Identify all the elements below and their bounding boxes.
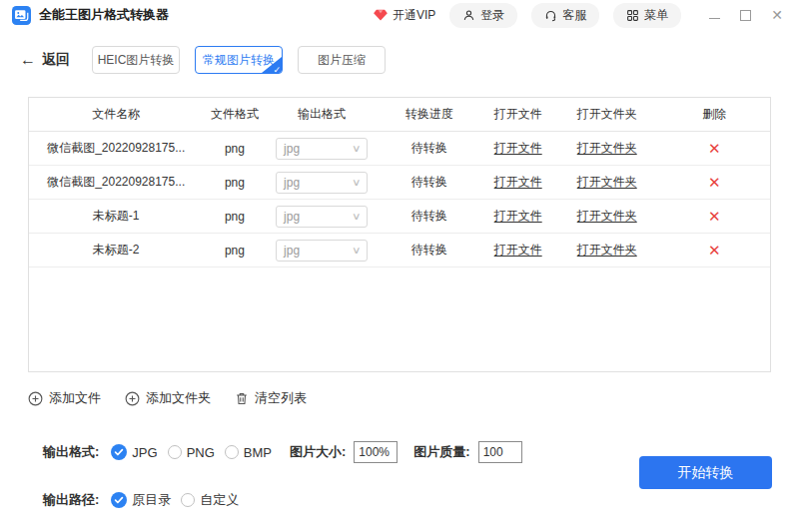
- cell-file-name: 未标题-1: [29, 208, 203, 225]
- delete-icon[interactable]: ✕: [708, 208, 721, 225]
- cell-file-format: png: [203, 244, 266, 258]
- header-delete: 删除: [659, 106, 770, 123]
- open-file-link[interactable]: 打开文件: [494, 209, 542, 223]
- open-file-link[interactable]: 打开文件: [494, 243, 542, 257]
- trash-icon: [235, 391, 249, 406]
- output-path-label: 输出路径:: [43, 491, 99, 509]
- cell-file-format: png: [203, 176, 266, 190]
- header-file-format: 文件格式: [203, 106, 266, 123]
- file-table: 文件名称 文件格式 输出格式 转换进度 打开文件 打开文件夹 删除 微信截图_2…: [28, 97, 771, 372]
- chevron-down-icon: ∨: [352, 177, 362, 188]
- plus-circle-icon: [125, 391, 140, 406]
- open-file-link[interactable]: 打开文件: [494, 175, 542, 189]
- open-folder-link[interactable]: 打开文件夹: [577, 243, 637, 257]
- header-open-folder: 打开文件夹: [555, 106, 659, 123]
- quality-input[interactable]: [478, 441, 522, 463]
- check-circle-icon: [111, 492, 127, 508]
- header-progress: 转换进度: [378, 106, 481, 123]
- chevron-down-icon: ∨: [352, 143, 362, 154]
- cell-file-format: png: [203, 210, 266, 224]
- radio-circle-icon: [181, 493, 195, 507]
- tab-compress[interactable]: 图片压缩: [298, 46, 386, 74]
- table-row: 未标题-2 png jpg∨ 待转换 打开文件 打开文件夹 ✕: [29, 234, 770, 267]
- quality-label: 图片质量:: [413, 443, 469, 461]
- table-header-row: 文件名称 文件格式 输出格式 转换进度 打开文件 打开文件夹 删除: [29, 98, 770, 132]
- app-logo-icon: [12, 6, 31, 25]
- back-arrow-icon: ←: [20, 52, 36, 68]
- minimize-button[interactable]: [709, 17, 720, 19]
- cell-status: 待转换: [378, 208, 481, 225]
- login-button[interactable]: 登录: [449, 3, 517, 28]
- tab-check-icon: ✓: [273, 66, 281, 74]
- support-button[interactable]: 客服: [531, 3, 599, 28]
- person-icon: [462, 9, 475, 22]
- radio-original-dir[interactable]: 原目录: [111, 491, 171, 509]
- size-label: 图片大小:: [290, 443, 346, 461]
- output-format-select[interactable]: jpg∨: [276, 240, 368, 262]
- menu-button[interactable]: 菜单: [613, 3, 681, 28]
- size-input[interactable]: [354, 441, 398, 463]
- open-file-link[interactable]: 打开文件: [494, 141, 542, 155]
- cell-file-name: 微信截图_20220928175...: [29, 174, 203, 191]
- cell-file-format: png: [203, 142, 266, 156]
- close-button[interactable]: ✕: [771, 8, 783, 22]
- tab-heic-convert[interactable]: HEIC图片转换: [92, 46, 180, 74]
- table-row: 未标题-1 png jpg∨ 待转换 打开文件 打开文件夹 ✕: [29, 200, 770, 234]
- radio-circle-icon: [168, 445, 182, 459]
- radio-custom-dir[interactable]: 自定义: [181, 491, 239, 509]
- cell-status: 待转换: [378, 174, 481, 191]
- table-row: 微信截图_20220928175... png jpg∨ 待转换 打开文件 打开…: [29, 132, 770, 166]
- add-folder-button[interactable]: 添加文件夹: [125, 389, 211, 407]
- nav-bar: ← 返回 HEIC图片转换 常规图片转换 ✓ 图片压缩: [20, 46, 799, 74]
- chevron-down-icon: ∨: [352, 211, 362, 222]
- vip-button[interactable]: 开通VIP: [374, 7, 435, 24]
- cell-file-name: 未标题-2: [29, 242, 203, 259]
- clear-list-button[interactable]: 清空列表: [235, 389, 307, 407]
- check-circle-icon: [111, 444, 127, 460]
- cell-status: 待转换: [378, 242, 481, 259]
- maximize-button[interactable]: [740, 10, 751, 21]
- radio-jpg[interactable]: JPG: [111, 444, 157, 460]
- grid-icon: [626, 9, 639, 22]
- back-button[interactable]: ← 返回: [20, 51, 70, 69]
- delete-icon[interactable]: ✕: [708, 140, 721, 157]
- header-open-file: 打开文件: [481, 106, 555, 123]
- header-output-format: 输出格式: [266, 106, 377, 123]
- plus-circle-icon: [28, 391, 43, 406]
- open-folder-link[interactable]: 打开文件夹: [577, 175, 637, 189]
- cell-status: 待转换: [378, 140, 481, 157]
- output-format-select[interactable]: jpg∨: [276, 206, 368, 228]
- headset-icon: [544, 9, 557, 22]
- output-format-select[interactable]: jpg∨: [276, 172, 368, 194]
- diamond-icon: [374, 9, 388, 21]
- output-format-label: 输出格式:: [43, 443, 99, 461]
- open-folder-link[interactable]: 打开文件夹: [577, 209, 637, 223]
- add-file-button[interactable]: 添加文件: [28, 389, 101, 407]
- titlebar: 全能王图片格式转换器 开通VIP 登录: [0, 0, 799, 30]
- chevron-down-icon: ∨: [352, 245, 362, 256]
- radio-circle-icon: [225, 445, 239, 459]
- output-path-row: 输出路径: 原目录 自定义: [43, 488, 799, 512]
- table-row: 微信截图_20220928175... png jpg∨ 待转换 打开文件 打开…: [29, 166, 770, 200]
- radio-bmp[interactable]: BMP: [225, 445, 272, 460]
- radio-png[interactable]: PNG: [168, 445, 215, 460]
- delete-icon[interactable]: ✕: [708, 242, 721, 259]
- delete-icon[interactable]: ✕: [708, 174, 721, 191]
- list-actions: 添加文件 添加文件夹 清空列表: [28, 389, 799, 407]
- cell-file-name: 微信截图_20220928175...: [29, 140, 203, 157]
- open-folder-link[interactable]: 打开文件夹: [577, 141, 637, 155]
- app-title: 全能王图片格式转换器: [39, 6, 169, 24]
- output-format-select[interactable]: jpg∨: [276, 138, 368, 160]
- start-convert-button[interactable]: 开始转换: [639, 456, 772, 489]
- header-file-name: 文件名称: [29, 106, 203, 123]
- tab-regular-convert[interactable]: 常规图片转换 ✓: [195, 46, 283, 74]
